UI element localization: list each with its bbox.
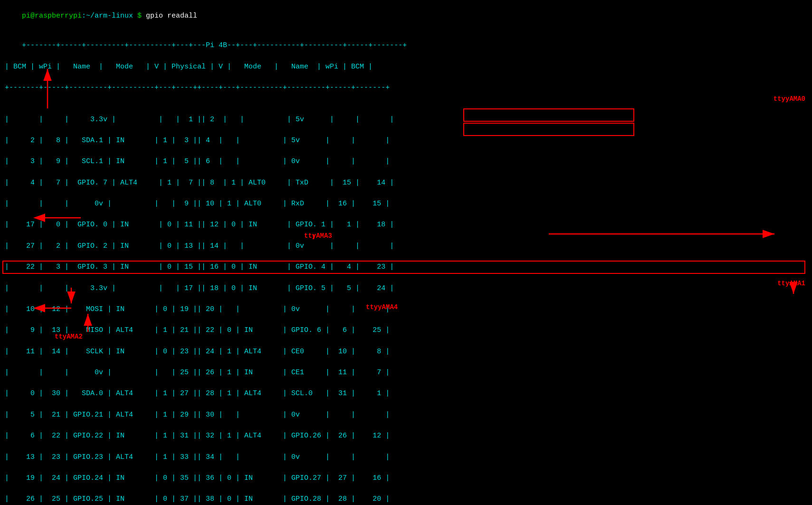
table-header: | BCM | wPi | Name | Mode | V | Physical…: [5, 63, 373, 71]
row-7: | 27 | 2 | GPIO. 2 | IN | 0 | 13 || 14 |…: [5, 242, 394, 250]
path: :~/arm-linux: [82, 12, 133, 20]
separator-mid: +-------+-----+---------+----------+---+…: [5, 84, 390, 92]
row-1: | | | 3.3v | | | 1 || 2 | | | 5v | | |: [5, 116, 394, 124]
row-12: | 11 | 14 | SCLK | IN | 0 | 23 || 24 | 1…: [5, 348, 390, 356]
row-6: | 17 | 0 | GPIO. 0 | IN | 0 | 11 || 12 |…: [5, 221, 394, 229]
row-5: | | | 0v | | | 9 || 10 | 1 | ALT0 | RxD …: [5, 200, 390, 208]
row-16: | 6 | 22 | GPIO.22 | IN | 1 | 31 || 32 |…: [5, 432, 390, 440]
row-8: | 22 | 3 | GPIO. 3 | IN | 0 | 15 || 16 |…: [5, 263, 394, 271]
separator-top: +-------+-----+---------+----------+---+…: [22, 41, 407, 49]
row-15: | 5 | 21 | GPIO.21 | ALT4 | 1 | 29 || 30…: [5, 411, 390, 419]
row-2: | 2 | 8 | SDA.1 | IN | 1 | 3 || 4 | | | …: [5, 136, 390, 145]
row-14: | 0 | 30 | SDA.0 | ALT4 | 1 | 27 || 28 |…: [5, 389, 390, 398]
row-3: | 3 | 9 | SCL.1 | IN | 1 | 5 || 6 | | | …: [5, 157, 390, 165]
row-13: | | | 0v | | | 25 || 26 | 1 | IN | CE1 |…: [5, 369, 390, 377]
gpio-table: +-------+-----+---------+----------+---+…: [5, 30, 807, 505]
username: pi@raspberrypi: [22, 12, 82, 20]
command: gpio readall: [142, 12, 197, 20]
row-19: | 26 | 25 | GPIO.25 | IN | 0 | 37 || 38 …: [5, 495, 390, 503]
row-11: | 9 | 13 | MISO | ALT4 | 1 | 21 || 22 | …: [5, 326, 390, 334]
row-17: | 13 | 23 | GPIO.23 | ALT4 | 1 | 33 || 3…: [5, 453, 390, 461]
row-10: | 10 | 12 | MOSI | IN | 0 | 19 || 20 | |…: [5, 305, 390, 313]
dollar: $: [133, 12, 142, 20]
command-line: pi@raspberrypi:~/arm-linux $ gpio readal…: [5, 4, 807, 28]
row-4: | 4 | 7 | GPIO. 7 | ALT4 | 1 | 7 || 8 | …: [5, 179, 394, 187]
terminal: pi@raspberrypi:~/arm-linux $ gpio readal…: [0, 0, 812, 505]
row-18: | 19 | 24 | GPIO.24 | IN | 0 | 35 || 36 …: [5, 474, 390, 482]
row-9: | | | 3.3v | | | 17 || 18 | 0 | IN | GPI…: [5, 284, 394, 292]
